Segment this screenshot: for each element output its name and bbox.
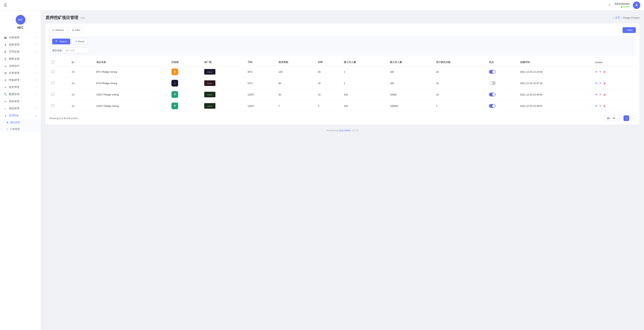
data-table: ID ↑ 项目名称 封面图 推广图 币种 质押周期 利率 最小买入量 最大买入量… — [49, 59, 636, 112]
ipo-label: 申购管理 — [9, 79, 20, 82]
sidebar: NFC NFC ▦ 代理管理 ‹ $ 财务管理 ‹ Ƀ — [0, 11, 41, 330]
view-icon-14[interactable]: 👁 — [595, 82, 598, 85]
coin-trade-label: 币币交易 — [9, 50, 20, 54]
homepage-label: 首页管理 — [9, 86, 20, 89]
status-toggle-14[interactable] — [489, 81, 496, 85]
action-icons-13: 👁 ✎ 🗑 — [595, 93, 634, 96]
search-button[interactable]: 🔍 Search — [52, 39, 70, 44]
search-fields: 项目名称 — [52, 48, 633, 53]
user-info: Administrator Online — [614, 2, 630, 9]
table-body: 15 BTC Pledge mining ₿ ▬▬▬ BTC 120 40 1 … — [49, 66, 636, 112]
risk-icon: ≔ — [4, 100, 7, 103]
table-row: 15 BTC Pledge mining ₿ ▬▬▬ BTC 120 40 1 … — [49, 66, 636, 78]
article-arrow: ‹ — [36, 72, 37, 74]
view-icon-12[interactable]: 👁 — [595, 104, 598, 108]
page-header: 质押挖矿项目管理 List ⌂ 主页 / Pledge-Product — [46, 15, 640, 21]
sidebar-item-order[interactable]: 订单管理 — [0, 126, 41, 133]
sidebar-item-options[interactable]: ₿ 期权交易 ‹ — [0, 55, 41, 63]
ipo-icon: ⊙ — [4, 79, 7, 82]
sidebar-item-agent[interactable]: ▦ 代理管理 ‹ — [0, 34, 41, 41]
footer-link[interactable]: Dcat Admin — [339, 129, 351, 132]
view-icon-15[interactable]: 👁 — [595, 70, 598, 74]
action-icons-14: 👁 ✎ 🗑 — [595, 82, 634, 85]
risk-arrow: ‹ — [36, 100, 37, 103]
toggle-knob-13 — [492, 93, 495, 96]
th-checkbox — [49, 59, 69, 66]
project-dot — [7, 122, 8, 123]
per-page-select[interactable]: 10 20 50 100 — [604, 116, 616, 121]
avatar[interactable]: A — [633, 2, 640, 9]
sidebar-item-perpetual[interactable]: ∞ 永续合约 ‹ — [0, 63, 41, 70]
cell-status-14 — [487, 78, 518, 89]
filter-icon: ⊟ — [72, 29, 74, 32]
sidebar-item-homepage[interactable]: ≡ 首页管理 ‹ — [0, 84, 41, 91]
status-toggle-15[interactable] — [489, 70, 496, 74]
id-sort-icon[interactable]: ↑ — [75, 61, 76, 64]
select-all-checkbox[interactable] — [52, 61, 54, 63]
sidebar-item-wallet[interactable]: ○ 钱包管理 ‹ — [0, 105, 41, 112]
logo-icon: NFC — [16, 15, 25, 25]
cell-min-buy-14: 1 — [342, 78, 388, 89]
edit-icon-13[interactable]: ✎ — [599, 93, 602, 96]
cell-coin-14: ETH — [246, 78, 276, 89]
sidebar-item-pledge[interactable]: ¥ 质押挖矿 ∨ — [0, 112, 41, 119]
filter-button[interactable]: ⊟ Filter — [69, 27, 84, 33]
sidebar-item-article[interactable]: ⊞ 文章管理 ‹ — [0, 70, 41, 77]
refresh-button[interactable]: ↻ Refresh — [49, 27, 67, 33]
edit-icon-12[interactable]: ✎ — [599, 104, 602, 108]
row-checkbox-14[interactable] — [52, 82, 54, 84]
new-button[interactable]: + New — [622, 27, 636, 33]
cell-cover-12: ₮ — [169, 100, 202, 112]
reset-button[interactable]: ↺ Reset — [72, 39, 88, 44]
cell-id-12: 12 — [69, 100, 94, 112]
cell-created-at-12: 2021-12-25 10:38:51 — [518, 100, 593, 112]
config-icon: 🔧 — [4, 93, 7, 96]
project-name-input[interactable] — [63, 48, 89, 53]
row-checkbox-13[interactable] — [52, 93, 54, 96]
toolbar-left: ↻ Refresh ⊟ Filter — [49, 27, 84, 33]
row-checkbox-12[interactable] — [52, 104, 54, 107]
sidebar-item-config[interactable]: 🔧 配置管理 ‹ — [0, 91, 41, 98]
cell-action-13: 👁 ✎ 🗑 — [593, 89, 636, 100]
agent-icon: ▦ — [4, 36, 7, 39]
th-period: 质押周期 — [276, 59, 316, 66]
status-toggle-13[interactable] — [489, 93, 496, 96]
options-label: 期权交易 — [9, 57, 20, 61]
prev-page-button[interactable]: ‹ — [617, 115, 622, 121]
view-icon-13[interactable]: 👁 — [595, 93, 598, 96]
cell-user-purchases-13: 10 — [434, 89, 487, 100]
hamburger-icon[interactable]: ☰ — [4, 3, 7, 8]
cell-id-15: 15 — [69, 66, 94, 78]
status-dot — [621, 6, 622, 8]
delete-icon-15[interactable]: 🗑 — [603, 70, 606, 74]
moon-icon[interactable]: ☾ — [608, 3, 612, 7]
row-checkbox-15[interactable] — [52, 70, 54, 73]
delete-icon-14[interactable]: 🗑 — [603, 82, 606, 85]
status-toggle-12[interactable] — [489, 104, 496, 108]
cell-action-12: 👁 ✎ 🗑 — [593, 100, 636, 112]
sidebar-item-finance[interactable]: $ 财务管理 ‹ — [0, 41, 41, 48]
cell-checkbox — [49, 78, 69, 89]
page-1-button[interactable]: 1 — [624, 115, 629, 121]
page-title-area: 质押挖矿项目管理 List — [46, 15, 84, 21]
top-header: ☰ ☾ Administrator Online A — [0, 0, 644, 11]
cell-promo-15: ▬▬▬ — [202, 66, 246, 78]
cell-coin-12: USDT — [246, 100, 276, 112]
breadcrumb-home-link[interactable]: 主页 — [615, 16, 620, 20]
delete-icon-12[interactable]: 🗑 — [603, 104, 606, 108]
sidebar-item-coin-trade[interactable]: Ƀ 币币交易 ‹ — [0, 48, 41, 55]
next-page-button[interactable]: › — [630, 115, 636, 121]
wallet-label: 钱包管理 — [9, 107, 20, 110]
edit-icon-14[interactable]: ✎ — [599, 82, 602, 85]
edit-icon-15[interactable]: ✎ — [599, 70, 602, 74]
article-label: 文章管理 — [9, 71, 20, 75]
sidebar-item-ipo[interactable]: ⊙ 申购管理 ‹ — [0, 77, 41, 84]
th-created-at: 创建时间 ↑ — [518, 59, 593, 66]
sidebar-item-risk[interactable]: ≔ 风控管理 ‹ — [0, 98, 41, 105]
created-sort-icon[interactable]: ↑ — [530, 61, 532, 64]
delete-icon-13[interactable]: 🗑 — [603, 93, 606, 96]
action-icons-12: 👁 ✎ 🗑 — [595, 104, 634, 108]
sidebar-item-project[interactable]: 项目管理 — [0, 119, 41, 126]
cover-icon-15: ₿ — [172, 68, 178, 75]
th-status: 状态 — [487, 59, 518, 66]
